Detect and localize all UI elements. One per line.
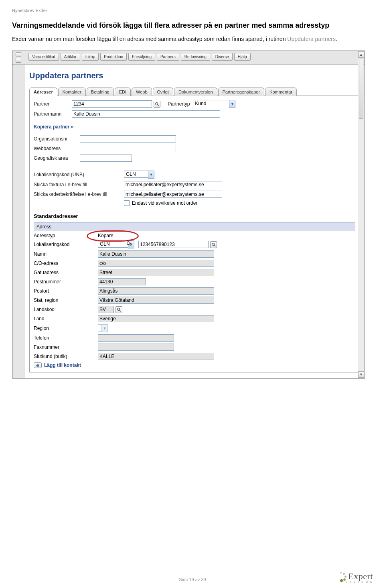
menu-varucertifikat[interactable]: Varucertifikat — [28, 53, 59, 61]
menu-inkop[interactable]: Inköp — [82, 53, 99, 61]
lok-search-icon[interactable] — [210, 241, 217, 248]
page-title: Uppdatera partners — [29, 71, 360, 80]
tab-webb[interactable]: Webb — [132, 87, 152, 96]
adresstyp-value: Köpare — [98, 233, 113, 238]
add-contact-link[interactable]: ⊕ Lägg till kontakt — [34, 362, 355, 368]
avvik-checkbox[interactable] — [124, 200, 130, 206]
menu-hjalp[interactable]: Hjälp — [234, 53, 251, 61]
page-footer: Sida 19 av 39 — [0, 577, 385, 582]
faktura-label: Skicka faktura i e-brev till — [34, 182, 124, 187]
land-input[interactable] — [98, 315, 214, 322]
postnr-label: Postnummer — [34, 279, 98, 285]
cursor-icon — [127, 240, 132, 247]
main-menu: Varucertifikat Artiklar Inköp Produktion… — [24, 51, 365, 63]
landskod-search-icon[interactable] — [116, 306, 122, 313]
partnertyp-select[interactable]: Kund ▼ — [193, 100, 235, 108]
copy-partner-link[interactable]: Kopiera partner » — [34, 124, 73, 130]
region-select[interactable]: ▼ — [98, 324, 108, 332]
tab-betalning[interactable]: Betalning — [87, 87, 114, 96]
add-contact-icon: ⊕ — [34, 362, 42, 368]
landskod-input[interactable] — [98, 306, 114, 313]
faktura-input[interactable] — [124, 181, 222, 188]
fax-input[interactable] — [98, 344, 174, 351]
svg-line-5 — [120, 310, 121, 311]
menu-redovisning[interactable]: Redovisning — [181, 53, 210, 61]
tab-partneregenskaper[interactable]: Partneregenskaper — [218, 87, 265, 96]
postort-label: Postort — [34, 288, 98, 294]
svg-point-4 — [118, 308, 120, 311]
org-label: Organisationsnr — [34, 136, 80, 142]
partnernamn-label: Partnernamn — [34, 111, 72, 117]
tab-adresser[interactable]: Adresser — [29, 87, 57, 96]
scroll-up-arrow[interactable]: ▲ — [358, 51, 364, 58]
tab-kommentar[interactable]: Kommentar — [265, 87, 297, 96]
partnertyp-label: Partnertyp — [168, 101, 190, 107]
namn-label: Namn — [34, 251, 98, 257]
menu-partners[interactable]: Partners — [157, 53, 179, 61]
partner-input[interactable] — [72, 100, 152, 108]
slutkund-input[interactable] — [98, 353, 214, 360]
adress-band: Adress — [34, 222, 355, 231]
lok-label: Lokaliseringskod — [34, 242, 98, 247]
geo-input[interactable] — [80, 155, 132, 162]
menu-produktion[interactable]: Produktion — [100, 53, 127, 61]
tel-input[interactable] — [98, 334, 174, 342]
org-input[interactable] — [80, 135, 176, 142]
doc-header: Nyhetsbrev Exder — [12, 8, 373, 13]
tab-dokumentversion[interactable]: Dokumentversion — [174, 87, 217, 96]
namn-input[interactable] — [98, 250, 214, 258]
land-label: Land — [34, 316, 98, 321]
svg-point-0 — [156, 103, 158, 105]
tab-edi[interactable]: EDI — [115, 87, 131, 96]
region-label: Region — [34, 326, 98, 331]
co-label: C/O-adress — [34, 260, 98, 266]
adresstyp-label: Adresstyp — [34, 233, 98, 238]
landskod-label: Landskod — [34, 307, 98, 312]
vertical-scrollbar[interactable]: ▲ ▼ — [358, 51, 364, 378]
fax-label: Faxnummer — [34, 344, 98, 350]
partner-search-icon[interactable] — [154, 101, 160, 108]
add-contact-label: Lägg till kontakt — [44, 362, 81, 368]
body-text-end: . — [336, 36, 337, 42]
left-sidebar — [12, 65, 24, 378]
web-label: Webbadress — [34, 146, 80, 151]
svg-line-1 — [158, 105, 159, 106]
section-title: Varningsmeddelande vid försök lägga till… — [12, 21, 373, 30]
scroll-thumb[interactable] — [359, 59, 363, 119]
menu-diverse[interactable]: Diverse — [212, 53, 233, 61]
gatu-input[interactable] — [98, 269, 214, 276]
scroll-down-arrow[interactable]: ▼ — [358, 371, 364, 378]
web-input[interactable] — [80, 145, 176, 152]
postort-input[interactable] — [98, 287, 214, 295]
screenshot-frame: Varucertifikat Artiklar Inköp Produktion… — [12, 51, 365, 378]
tab-kontakter[interactable]: Kontakter — [58, 87, 86, 96]
app-top-bar: Varucertifikat Artiklar Inköp Produktion… — [12, 51, 365, 65]
slutkund-label: Slutkund (butik) — [34, 354, 98, 359]
stat-label: Stat, region — [34, 297, 98, 303]
menu-forsaljning[interactable]: Försäljning — [128, 53, 155, 61]
co-input[interactable] — [98, 260, 214, 267]
lok-value-input[interactable] — [138, 241, 209, 248]
tabs-row: Adresser Kontakter Betalning EDI Webb Öv… — [29, 87, 360, 96]
geo-label: Geografisk area — [34, 155, 80, 161]
app-content: Uppdatera partners Adresser Kontakter Be… — [24, 65, 365, 378]
lokunb-label: Lokaliseringskod (UNB) — [34, 172, 124, 177]
tab-panel: Partner Partnertyp Kund ▼ — [29, 96, 360, 372]
svg-line-3 — [214, 245, 215, 246]
menu-artiklar[interactable]: Artiklar — [61, 53, 80, 61]
postnr-input[interactable] — [98, 278, 146, 285]
footer-logo: Expert S Y S T E M S — [337, 571, 373, 583]
tab-ovrigt[interactable]: Övrigt — [153, 87, 173, 96]
tel-label: Telefon — [34, 335, 98, 341]
grid-icon[interactable] — [16, 58, 21, 63]
partnernamn-input[interactable] — [72, 110, 220, 118]
body-text-main: Exder varnar nu om man försöker lägga ti… — [12, 36, 287, 42]
orderbek-input[interactable] — [124, 191, 222, 198]
stat-input[interactable] — [98, 297, 214, 304]
lokunb-select[interactable]: GLN ▼ — [124, 171, 154, 179]
orderbek-label: Skicka orderbekräftelse i e-brev till — [34, 191, 124, 197]
logo-brand: Expert — [348, 571, 373, 581]
home-icon[interactable] — [16, 52, 21, 57]
standard-adresser-header: Standardadresser — [34, 213, 355, 219]
partner-label: Partner — [34, 101, 72, 107]
